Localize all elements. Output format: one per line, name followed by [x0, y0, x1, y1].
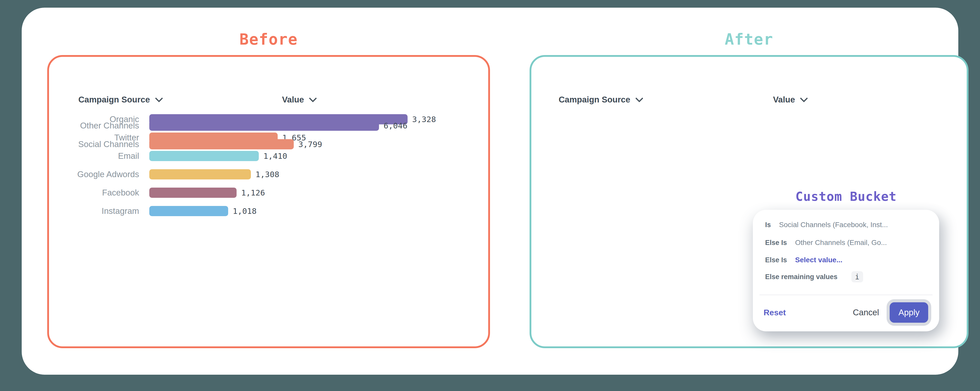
apply-button[interactable]: Apply [890, 302, 928, 323]
after-value-header-label: Value [773, 95, 795, 104]
bucket-row-label: Is [765, 221, 771, 229]
after-table-rows: Other Channels6,046Social Channels3,799 [22, 116, 958, 154]
custom-bucket-dialog: Is Social Channels (Facebook, Inst... El… [753, 210, 939, 331]
after-campaign-source-header[interactable]: Campaign Source [558, 93, 642, 106]
main-card: Before After Campaign Source Value Campa… [22, 8, 958, 375]
bucket-row-label: Else Is [765, 239, 787, 247]
cancel-button[interactable]: Cancel [853, 308, 879, 317]
value-bar[interactable] [149, 169, 251, 179]
value-bar[interactable] [149, 206, 228, 216]
row-value: 3,799 [298, 140, 322, 149]
bucket-row-else-is-1: Else Is Other Channels (Email, Go... [765, 237, 887, 248]
row-value: 6,046 [383, 121, 407, 130]
chevron-down-icon[interactable] [155, 94, 163, 102]
table-row: Google Adwords1,308 [22, 165, 958, 184]
row-label: Social Channels [22, 139, 149, 149]
bucket-row-else-is-2: Else Is Select value... [765, 254, 842, 266]
after-value-header[interactable]: Value [749, 93, 831, 106]
before-title: Before [47, 29, 490, 49]
bucket-row-label: Else remaining values [765, 273, 838, 281]
before-campaign-source-header-label: Campaign Source [78, 95, 150, 104]
table-row: Other Channels6,046 [22, 116, 958, 135]
dialog-divider [759, 294, 932, 295]
row-label: Google Adwords [22, 169, 149, 179]
after-campaign-source-header-label: Campaign Source [558, 95, 630, 104]
before-campaign-source-header[interactable]: Campaign Source [78, 93, 162, 106]
select-value-link[interactable]: Select value... [795, 256, 842, 264]
page-background: { "titles": { "before": "Before", "after… [0, 0, 980, 391]
reset-button[interactable]: Reset [764, 308, 786, 317]
before-value-header-label: Value [282, 95, 304, 104]
row-value: 1,308 [256, 170, 279, 179]
row-label: Facebook [22, 188, 149, 198]
value-bar[interactable] [149, 188, 237, 198]
row-value: 1,018 [233, 206, 256, 215]
before-value-header[interactable]: Value [258, 93, 340, 106]
bucket-row-is: Is Social Channels (Facebook, Inst... [765, 219, 888, 230]
bucket-row-label: Else Is [765, 256, 787, 264]
info-icon[interactable]: i [851, 271, 863, 282]
dialog-footer: Reset Cancel Apply [764, 302, 928, 323]
chevron-down-icon[interactable] [800, 94, 808, 102]
row-label: Instagram [22, 206, 149, 216]
value-bar[interactable] [149, 120, 379, 131]
custom-bucket-title: Custom Bucket [770, 189, 923, 204]
chevron-down-icon[interactable] [635, 94, 643, 102]
after-title: After [530, 29, 969, 49]
row-value: 1,126 [241, 188, 265, 197]
chevron-down-icon[interactable] [309, 94, 317, 102]
bucket-row-value[interactable]: Social Channels (Facebook, Inst... [779, 221, 888, 229]
table-row: Social Channels3,799 [22, 135, 958, 154]
bucket-row-value[interactable]: Other Channels (Email, Go... [795, 239, 887, 247]
row-label: Other Channels [22, 121, 149, 130]
bucket-row-remaining: Else remaining values i [765, 271, 863, 282]
value-bar[interactable] [149, 139, 294, 149]
